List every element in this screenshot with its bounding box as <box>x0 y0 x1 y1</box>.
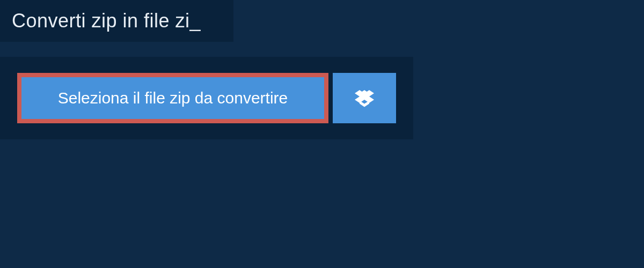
upload-area: Seleziona il file zip da convertire <box>0 57 413 139</box>
select-file-label: Seleziona il file zip da convertire <box>58 89 288 107</box>
dropbox-button[interactable] <box>333 73 396 123</box>
page-title: Converti zip in file zi_ <box>12 10 201 32</box>
title-bar: Converti zip in file zi_ <box>0 0 233 42</box>
select-file-button[interactable]: Seleziona il file zip da convertire <box>17 73 328 123</box>
dropbox-icon <box>355 88 374 108</box>
